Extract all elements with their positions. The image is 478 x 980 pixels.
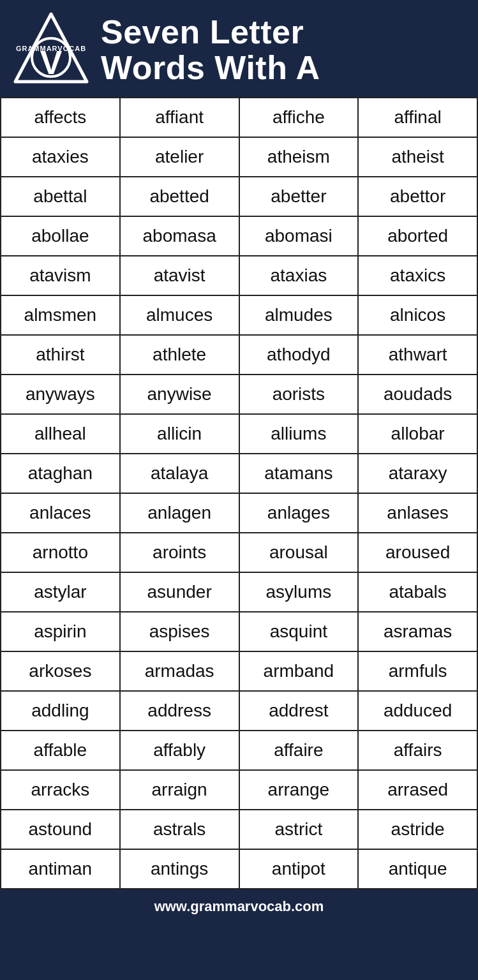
word-cell: almsmen (1, 295, 120, 335)
svg-text:GRAMMARVOCAB: GRAMMARVOCAB (16, 45, 86, 52)
table-row: affableaffablyaffaireaffairs (1, 731, 477, 770)
word-cell: atheist (358, 137, 477, 177)
table-row: addlingaddressaddrestadduced (1, 691, 477, 731)
word-cell: anlagen (120, 493, 239, 533)
word-cell: athirst (1, 335, 120, 375)
word-cell: abetter (239, 177, 359, 216)
word-cell: aspises (120, 612, 239, 651)
word-cell: arousal (239, 533, 359, 572)
word-cell: abetted (120, 177, 239, 216)
word-cell: affable (1, 731, 120, 770)
word-cell: armband (239, 651, 359, 691)
word-cell: adduced (358, 691, 477, 731)
word-cell: aroints (120, 533, 239, 572)
word-cell: armfuls (358, 651, 477, 691)
word-cell: abettal (1, 177, 120, 216)
table-row: ataxiesatelieratheismatheist (1, 137, 477, 177)
word-cell: athwart (358, 335, 477, 375)
word-cell: ataraxy (358, 454, 477, 493)
table-row: arnottoarointsarousalaroused (1, 533, 477, 572)
table-row: arracksarraignarrangearrased (1, 770, 477, 810)
words-table-wrapper: affectsaffiantafficheaffinalataxiesateli… (0, 97, 478, 889)
word-cell: athodyd (239, 335, 359, 375)
table-row: ataghanatalayaatamansataraxy (1, 454, 477, 493)
word-cell: aspirin (1, 612, 120, 651)
word-cell: antipot (239, 849, 359, 889)
words-table: affectsaffiantafficheaffinalataxiesateli… (0, 97, 478, 889)
table-row: arkosesarmadasarmbandarmfuls (1, 651, 477, 691)
word-cell: alliums (239, 414, 359, 454)
word-cell: astride (358, 810, 477, 849)
table-row: atavismatavistataxiasataxics (1, 256, 477, 295)
word-cell: arracks (1, 770, 120, 810)
word-cell: astound (1, 810, 120, 849)
word-cell: affairs (358, 731, 477, 770)
word-cell: athlete (120, 335, 239, 375)
word-cell: atabals (358, 572, 477, 612)
word-cell: addling (1, 691, 120, 731)
word-cell: anyways (1, 375, 120, 414)
table-row: astoundastralsastrictastride (1, 810, 477, 849)
table-row: athirstathleteathodydathwart (1, 335, 477, 375)
footer-url: www.grammarvocab.com (154, 898, 324, 914)
word-cell: arraign (120, 770, 239, 810)
word-cell: abomasi (239, 216, 359, 256)
table-row: almsmenalmucesalmudesalnicos (1, 295, 477, 335)
word-cell: atavism (1, 256, 120, 295)
table-row: allhealallicinalliumsallobar (1, 414, 477, 454)
footer: www.grammarvocab.com (0, 889, 478, 923)
word-cell: allicin (120, 414, 239, 454)
word-cell: arnotto (1, 533, 120, 572)
word-cell: antings (120, 849, 239, 889)
word-cell: atheism (239, 137, 359, 177)
word-cell: affably (120, 731, 239, 770)
table-row: abollaeabomasaabomasiaborted (1, 216, 477, 256)
word-cell: ataxias (239, 256, 359, 295)
word-cell: astrict (239, 810, 359, 849)
table-row: aspirinaspisesasquintasramas (1, 612, 477, 651)
word-cell: alnicos (358, 295, 477, 335)
word-cell: almuces (120, 295, 239, 335)
word-cell: asylums (239, 572, 359, 612)
word-cell: antiman (1, 849, 120, 889)
word-cell: anlages (239, 493, 359, 533)
word-cell: armadas (120, 651, 239, 691)
header: V GRAMMARVOCAB Seven Letter Words With A (0, 0, 478, 97)
word-cell: abettor (358, 177, 477, 216)
word-cell: aorists (239, 375, 359, 414)
word-cell: anlaces (1, 493, 120, 533)
table-row: astylarasunderasylumsatabals (1, 572, 477, 612)
word-cell: astrals (120, 810, 239, 849)
word-cell: affects (1, 98, 120, 137)
word-cell: address (120, 691, 239, 731)
word-cell: abollae (1, 216, 120, 256)
table-row: antimanantingsantipotantique (1, 849, 477, 889)
word-cell: antique (358, 849, 477, 889)
word-cell: affiant (120, 98, 239, 137)
table-row: anlacesanlagenanlagesanlases (1, 493, 477, 533)
word-cell: addrest (239, 691, 359, 731)
word-cell: arrange (239, 770, 359, 810)
word-cell: asunder (120, 572, 239, 612)
word-cell: aborted (358, 216, 477, 256)
word-cell: atelier (120, 137, 239, 177)
word-cell: astylar (1, 572, 120, 612)
table-row: affectsaffiantafficheaffinal (1, 98, 477, 137)
word-cell: anywise (120, 375, 239, 414)
word-cell: atavist (120, 256, 239, 295)
word-cell: affaire (239, 731, 359, 770)
word-cell: almudes (239, 295, 359, 335)
word-cell: ataxies (1, 137, 120, 177)
page-title: Seven Letter Words With A (101, 14, 320, 85)
word-cell: allobar (358, 414, 477, 454)
word-cell: asquint (239, 612, 359, 651)
word-cell: aroused (358, 533, 477, 572)
table-row: anywaysanywiseaoristsaoudads (1, 375, 477, 414)
word-cell: affinal (358, 98, 477, 137)
word-cell: arkoses (1, 651, 120, 691)
word-cell: aoudads (358, 375, 477, 414)
word-cell: ataghan (1, 454, 120, 493)
word-cell: ataxics (358, 256, 477, 295)
word-cell: asramas (358, 612, 477, 651)
word-cell: anlases (358, 493, 477, 533)
